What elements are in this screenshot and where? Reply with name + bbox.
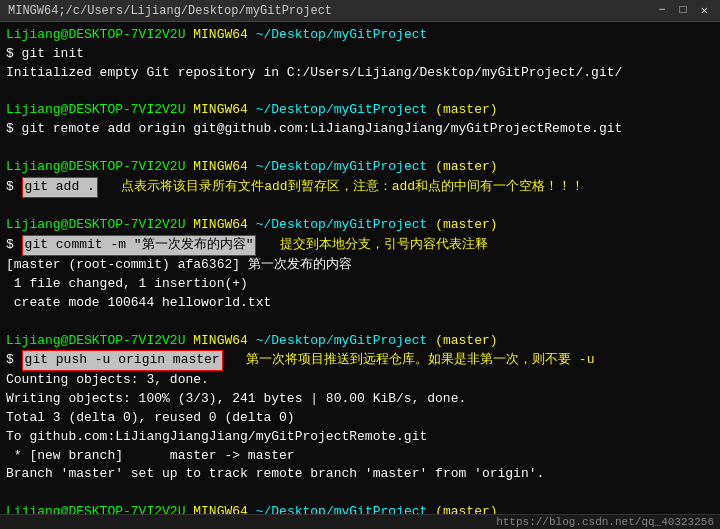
- terminal-line: Lijiang@DESKTOP-7VI2V2U MINGW64 ~/Deskto…: [6, 26, 714, 45]
- terminal-line: * [new branch] master -> master: [6, 447, 714, 466]
- maximize-button[interactable]: □: [676, 3, 691, 18]
- terminal-line: Initialized empty Git repository in C:/U…: [6, 64, 714, 83]
- close-button[interactable]: ✕: [697, 3, 712, 18]
- terminal-line: $ git add . 点表示将该目录所有文件add到暂存区，注意：add和点的…: [6, 177, 714, 198]
- prompt-user: Lijiang@DESKTOP-7VI2V2U: [6, 332, 185, 351]
- prompt-path: ~/Desktop/myGitProject: [256, 216, 428, 235]
- terminal-line: [6, 198, 714, 217]
- prompt-path: ~/Desktop/myGitProject: [256, 332, 428, 351]
- terminal-line: [6, 83, 714, 102]
- terminal-line: Writing objects: 100% (3/3), 241 bytes |…: [6, 390, 714, 409]
- prompt-path: ~/Desktop/myGitProject: [256, 158, 428, 177]
- terminal-line: [master (root-commit) afa6362] 第一次发布的内容: [6, 256, 714, 275]
- prompt-branch: (master): [435, 216, 497, 235]
- terminal-line: Lijiang@DESKTOP-7VI2V2U MINGW64 ~/Deskto…: [6, 101, 714, 120]
- terminal-line: 1 file changed, 1 insertion(+): [6, 275, 714, 294]
- prompt-path: ~/Desktop/myGitProject: [256, 503, 428, 514]
- terminal-line: Counting objects: 3, done.: [6, 371, 714, 390]
- minimize-button[interactable]: −: [654, 3, 669, 18]
- title-text: MINGW64;/c/Users/Lijiang/Desktop/myGitPr…: [8, 4, 332, 18]
- prompt-user: Lijiang@DESKTOP-7VI2V2U: [6, 26, 185, 45]
- window: MINGW64;/c/Users/Lijiang/Desktop/myGitPr…: [0, 0, 720, 529]
- prompt-mingw: MINGW64: [193, 26, 248, 45]
- prompt-branch: (master): [435, 332, 497, 351]
- prompt-branch: (master): [435, 101, 497, 120]
- terminal-line: [6, 484, 714, 503]
- status-bar: https://blog.csdn.net/qq_40323256: [0, 514, 720, 529]
- terminal-line: Branch 'master' set up to track remote b…: [6, 465, 714, 484]
- prompt-user: Lijiang@DESKTOP-7VI2V2U: [6, 101, 185, 120]
- comment-commit: 提交到本地分支，引号内容代表注释: [280, 236, 488, 255]
- terminal-line: Lijiang@DESKTOP-7VI2V2U MINGW64 ~/Deskto…: [6, 216, 714, 235]
- terminal-line: $ git init: [6, 45, 714, 64]
- prompt-branch: (master): [435, 503, 497, 514]
- terminal-line: $ git push -u origin master 第一次将项目推送到远程仓…: [6, 350, 714, 371]
- terminal-line: [6, 139, 714, 158]
- prompt-user: Lijiang@DESKTOP-7VI2V2U: [6, 216, 185, 235]
- terminal-line: To github.com:LiJiangJiangJiang/myGitPro…: [6, 428, 714, 447]
- title-bar: MINGW64;/c/Users/Lijiang/Desktop/myGitPr…: [0, 0, 720, 22]
- comment-push: 第一次将项目推送到远程仓库。如果是非第一次，则不要 -u: [246, 351, 594, 370]
- prompt-mingw: MINGW64: [193, 332, 248, 351]
- terminal-line: Lijiang@DESKTOP-7VI2V2U MINGW64 ~/Deskto…: [6, 332, 714, 351]
- prompt-path: ~/Desktop/myGitProject: [256, 26, 428, 45]
- status-url: https://blog.csdn.net/qq_40323256: [496, 516, 714, 528]
- prompt-mingw: MINGW64: [193, 216, 248, 235]
- terminal-line: Lijiang@DESKTOP-7VI2V2U MINGW64 ~/Deskto…: [6, 158, 714, 177]
- terminal-line: $ git remote add origin git@github.com:L…: [6, 120, 714, 139]
- comment-add: 点表示将该目录所有文件add到暂存区，注意：add和点的中间有一个空格！！！: [121, 178, 584, 197]
- terminal[interactable]: Lijiang@DESKTOP-7VI2V2U MINGW64 ~/Deskto…: [0, 22, 720, 514]
- git-push-highlight: git push -u origin master: [22, 350, 223, 371]
- terminal-line: Lijiang@DESKTOP-7VI2V2U MINGW64 ~/Deskto…: [6, 503, 714, 514]
- prompt-user: Lijiang@DESKTOP-7VI2V2U: [6, 158, 185, 177]
- prompt-mingw: MINGW64: [193, 503, 248, 514]
- prompt-user: Lijiang@DESKTOP-7VI2V2U: [6, 503, 185, 514]
- prompt-mingw: MINGW64: [193, 101, 248, 120]
- prompt-mingw: MINGW64: [193, 158, 248, 177]
- terminal-line: [6, 313, 714, 332]
- git-add-highlight: git add .: [22, 177, 98, 198]
- window-controls: − □ ✕: [654, 3, 712, 18]
- git-commit-highlight: git commit -m "第一次发布的内容": [22, 235, 257, 256]
- terminal-line: create mode 100644 helloworld.txt: [6, 294, 714, 313]
- prompt-path: ~/Desktop/myGitProject: [256, 101, 428, 120]
- prompt-branch: (master): [435, 158, 497, 177]
- terminal-line: Total 3 (delta 0), reused 0 (delta 0): [6, 409, 714, 428]
- terminal-line: $ git commit -m "第一次发布的内容" 提交到本地分支，引号内容代…: [6, 235, 714, 256]
